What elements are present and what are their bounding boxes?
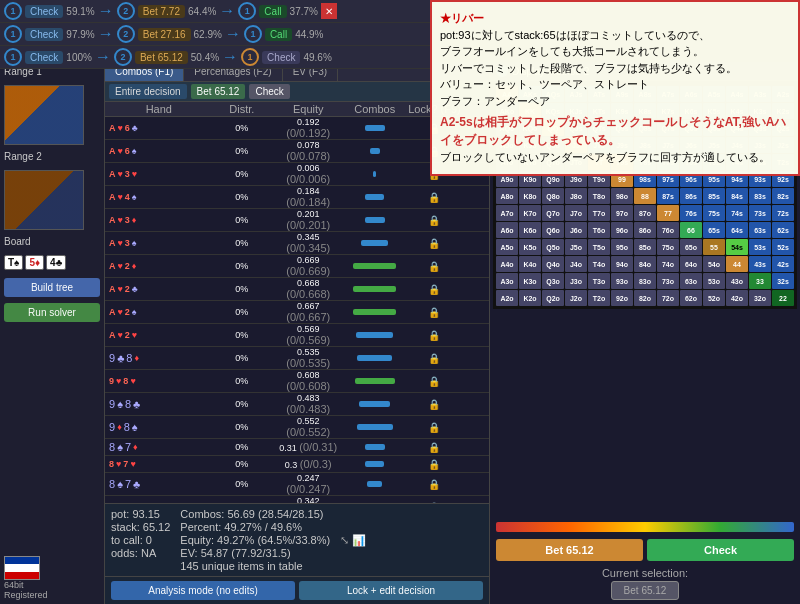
matrix-cell[interactable]: 65o — [680, 239, 702, 255]
matrix-cell[interactable]: T2o — [588, 290, 610, 306]
call-chip-row1[interactable]: Call — [259, 5, 286, 18]
matrix-cell[interactable]: A5o — [496, 239, 518, 255]
matrix-cell[interactable]: T5o — [588, 239, 610, 255]
table-row[interactable]: 8♣7♦ 0% 0.342 (0/0.342) 🔒 — [105, 496, 489, 503]
matrix-cell[interactable]: K5o — [519, 239, 541, 255]
matrix-cell[interactable]: 84s — [726, 188, 748, 204]
sub-value[interactable]: Bet 65.12 — [191, 84, 246, 99]
matrix-cell[interactable]: T8o — [588, 188, 610, 204]
matrix-cell[interactable]: 44 — [726, 256, 748, 272]
matrix-cell[interactable]: 93o — [611, 273, 633, 289]
table-row[interactable]: 9♠8♣ 0% 0.483 (0/0.483) 🔒 — [105, 393, 489, 416]
range1-grid[interactable] — [4, 85, 84, 145]
matrix-cell[interactable]: 83s — [749, 188, 771, 204]
close-row1[interactable]: ✕ — [321, 3, 337, 19]
matrix-cell[interactable]: 43s — [749, 256, 771, 272]
matrix-cell[interactable]: T6o — [588, 222, 610, 238]
matrix-cell[interactable]: 22 — [772, 290, 794, 306]
check-chip-row1[interactable]: Check — [25, 5, 63, 18]
matrix-cell[interactable]: J8o — [565, 188, 587, 204]
matrix-cell[interactable]: 75s — [703, 205, 725, 221]
matrix-cell[interactable]: 77 — [657, 205, 679, 221]
matrix-cell[interactable]: 54s — [726, 239, 748, 255]
matrix-cell[interactable]: 87s — [657, 188, 679, 204]
matrix-cell[interactable]: A8o — [496, 188, 518, 204]
table-row[interactable]: 8♥7♥ 0% 0.3 (0/0.3) 🔒 — [105, 456, 489, 473]
table-row[interactable]: 8♠7♦ 0% 0.31 (0/0.31) 🔒 — [105, 439, 489, 456]
matrix-cell[interactable]: T4o — [588, 256, 610, 272]
matrix-cell[interactable]: 94o — [611, 256, 633, 272]
matrix-cell[interactable]: 76o — [657, 222, 679, 238]
matrix-cell[interactable]: J7o — [565, 205, 587, 221]
matrix-cell[interactable]: 52o — [703, 290, 725, 306]
matrix-cell[interactable]: 82o — [634, 290, 656, 306]
bet-chip-row1[interactable]: Bet 7.72 — [138, 5, 185, 18]
table-row[interactable]: 9♣8♦ 0% 0.535 (0/0.535) 🔒 — [105, 347, 489, 370]
matrix-cell[interactable]: K8o — [519, 188, 541, 204]
analysis-mode-button[interactable]: Analysis mode (no edits) — [111, 581, 295, 600]
matrix-cell[interactable]: A7o — [496, 205, 518, 221]
matrix-cell[interactable]: Q4o — [542, 256, 564, 272]
matrix-cell[interactable]: 63s — [749, 222, 771, 238]
table-row[interactable]: A♥3♠ 0% 0.345 (0/0.345) 🔒 — [105, 232, 489, 255]
matrix-cell[interactable]: 65s — [703, 222, 725, 238]
matrix-cell[interactable]: 42o — [726, 290, 748, 306]
check-button[interactable]: Check — [647, 539, 794, 561]
matrix-cell[interactable]: 64s — [726, 222, 748, 238]
table-row[interactable]: A♥2♠ 0% 0.667 (0/0.667) 🔒 — [105, 301, 489, 324]
matrix-cell[interactable]: 88 — [634, 188, 656, 204]
matrix-cell[interactable]: Q2o — [542, 290, 564, 306]
matrix-cell[interactable]: Q7o — [542, 205, 564, 221]
matrix-cell[interactable]: T7o — [588, 205, 610, 221]
table-row[interactable]: 9♦8♠ 0% 0.552 (0/0.552) 🔒 — [105, 416, 489, 439]
matrix-cell[interactable]: K7o — [519, 205, 541, 221]
matrix-cell[interactable]: 85o — [634, 239, 656, 255]
table-row[interactable]: A♥3♦ 0% 0.201 (0/0.201) 🔒 — [105, 209, 489, 232]
check-chip-row2[interactable]: Check — [25, 28, 63, 41]
matrix-cell[interactable]: 42s — [772, 256, 794, 272]
matrix-cell[interactable]: A6o — [496, 222, 518, 238]
matrix-cell[interactable]: K2o — [519, 290, 541, 306]
matrix-cell[interactable]: Q8o — [542, 188, 564, 204]
matrix-cell[interactable]: 53o — [703, 273, 725, 289]
expand-icon[interactable]: ⤡ — [340, 534, 349, 547]
table-row[interactable]: A♥4♠ 0% 0.184 (0/0.184) 🔒 — [105, 186, 489, 209]
matrix-cell[interactable]: 97o — [611, 205, 633, 221]
matrix-cell[interactable]: Q3o — [542, 273, 564, 289]
matrix-cell[interactable]: 43o — [726, 273, 748, 289]
matrix-cell[interactable]: 76s — [680, 205, 702, 221]
matrix-cell[interactable]: K3o — [519, 273, 541, 289]
matrix-cell[interactable]: 33 — [749, 273, 771, 289]
table-row[interactable]: 8♠7♣ 0% 0.247 (0/0.247) 🔒 — [105, 473, 489, 496]
matrix-cell[interactable]: 92o — [611, 290, 633, 306]
matrix-cell[interactable]: 73o — [657, 273, 679, 289]
table-row[interactable]: A♥2♦ 0% 0.669 (0/0.669) 🔒 — [105, 255, 489, 278]
check-chip-row3b[interactable]: Check — [262, 51, 300, 64]
chart-icon[interactable]: 📊 — [352, 534, 366, 547]
matrix-cell[interactable]: 86s — [680, 188, 702, 204]
matrix-cell[interactable]: J2o — [565, 290, 587, 306]
matrix-cell[interactable]: 72o — [657, 290, 679, 306]
matrix-cell[interactable]: 95o — [611, 239, 633, 255]
matrix-cell[interactable]: K4o — [519, 256, 541, 272]
call-chip-row2[interactable]: Call — [265, 28, 292, 41]
matrix-cell[interactable]: 75o — [657, 239, 679, 255]
table-row[interactable]: 9♥8♥ 0% 0.608 (0/0.608) 🔒 — [105, 370, 489, 393]
matrix-cell[interactable]: 32s — [772, 273, 794, 289]
bet-chip-row2[interactable]: Bet 27.16 — [138, 28, 191, 41]
matrix-cell[interactable]: J6o — [565, 222, 587, 238]
matrix-cell[interactable]: J5o — [565, 239, 587, 255]
matrix-cell[interactable]: A3o — [496, 273, 518, 289]
matrix-cell[interactable]: 83o — [634, 273, 656, 289]
bet-chip-row3[interactable]: Bet 65.12 — [135, 51, 188, 64]
matrix-cell[interactable]: T3o — [588, 273, 610, 289]
check-chip-row3[interactable]: Check — [25, 51, 63, 64]
lock-edit-button[interactable]: Lock + edit decision — [299, 581, 483, 600]
sub-check[interactable]: Check — [249, 84, 289, 99]
matrix-cell[interactable]: 73s — [749, 205, 771, 221]
matrix-cell[interactable]: 74o — [657, 256, 679, 272]
table-row[interactable]: A♥2♣ 0% 0.668 (0/0.668) 🔒 — [105, 278, 489, 301]
matrix-cell[interactable]: Q5o — [542, 239, 564, 255]
matrix-cell[interactable]: 66 — [680, 222, 702, 238]
matrix-cell[interactable]: K6o — [519, 222, 541, 238]
